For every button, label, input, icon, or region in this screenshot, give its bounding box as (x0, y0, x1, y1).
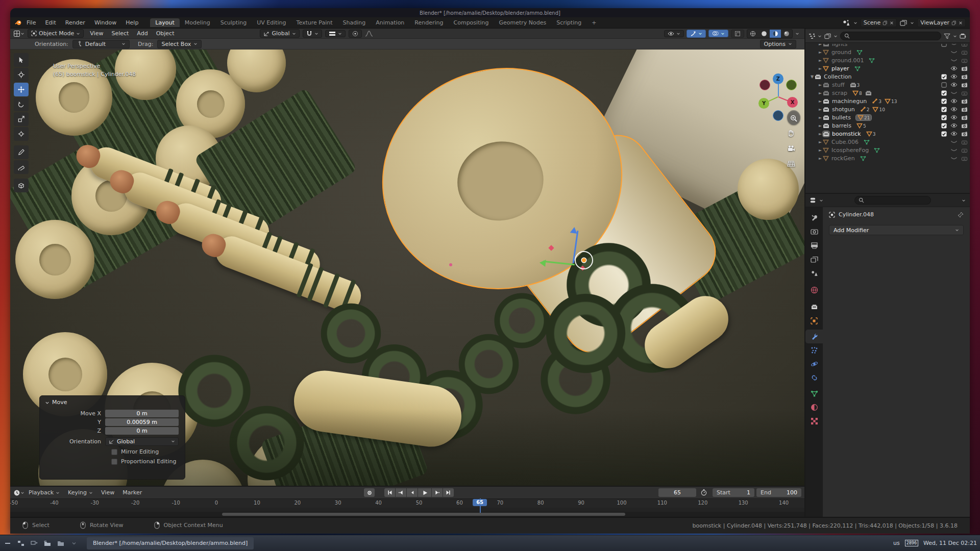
camera-on-icon[interactable] (961, 131, 968, 137)
properties-editor[interactable]: Cylinder.048 Add Modifier (805, 193, 970, 517)
tab-shading[interactable]: Shading (338, 18, 371, 27)
tab-texture-paint[interactable]: Texture Paint (291, 18, 338, 27)
disclosure-icon[interactable]: ▼ (810, 74, 815, 79)
tool-transform-button[interactable] (14, 127, 29, 141)
chevron-down-icon[interactable] (819, 198, 823, 203)
outliner-row-boomstick[interactable]: ►boomstick3 (805, 130, 970, 138)
checkbox-proportional-editing[interactable]: Proportional Editing (111, 458, 185, 465)
outliner-editor-icon[interactable] (808, 33, 815, 39)
tab-uv-editing[interactable]: UV Editing (252, 18, 291, 27)
panel-menu-icon[interactable] (2, 538, 13, 549)
file-manager-icon[interactable] (42, 538, 53, 549)
zoom-icon[interactable] (787, 110, 800, 125)
camera-off-icon[interactable] (961, 139, 968, 145)
checkbox-checked-icon[interactable] (941, 90, 947, 96)
camera-off-icon[interactable] (961, 44, 968, 47)
outliner-row-lights[interactable]: ►lights (805, 44, 970, 48)
tab-scripting[interactable]: Scripting (551, 18, 586, 27)
properties-tab-scene[interactable] (805, 266, 823, 280)
add-workspace-button[interactable]: + (586, 18, 601, 27)
properties-tab-particles[interactable] (805, 343, 823, 357)
move-panel-header[interactable]: Move (40, 396, 185, 409)
snap-with-dropdown[interactable] (325, 30, 346, 37)
axis-z-ball[interactable]: Z (773, 73, 783, 84)
menu-window[interactable]: Window (90, 19, 121, 26)
eye-closed-icon[interactable] (950, 147, 958, 153)
properties-editor-icon[interactable] (810, 197, 816, 204)
menu-render[interactable]: Render (61, 19, 90, 26)
clock-editor-icon[interactable] (13, 489, 20, 496)
prev-frame-button[interactable] (407, 488, 418, 497)
tool-cursor-button[interactable] (14, 68, 29, 82)
chevron-down-icon[interactable] (853, 21, 857, 25)
eye-closed-icon[interactable] (950, 44, 958, 46)
timeline-menu-marker[interactable]: Marker (118, 489, 146, 496)
checkbox-checked-icon[interactable] (941, 98, 947, 104)
chevron-down-icon[interactable] (818, 34, 822, 38)
chevron-down-icon[interactable] (910, 21, 914, 25)
viewport-menu-object[interactable]: Object (152, 30, 179, 37)
viewlayer-icon[interactable] (900, 20, 907, 26)
tool-move-button[interactable] (14, 83, 29, 96)
timeline-editor[interactable]: PlaybackKeyingViewMarker 65 Start 1 End … (10, 486, 804, 517)
pan-hand-icon[interactable] (787, 128, 795, 137)
outliner-row-barrels[interactable]: ►barrels5 (805, 121, 970, 130)
properties-tab-output[interactable] (805, 239, 823, 253)
checkbox-box[interactable] (111, 459, 117, 465)
taskbar-window-button[interactable]: Blender* [/home/amalie/Desktop/blender/a… (87, 537, 254, 549)
camera-off-icon[interactable] (961, 58, 968, 63)
visibility-dropdown[interactable] (664, 30, 684, 37)
outliner-editor[interactable]: ►lights►ground►ground.001►player▼Collect… (805, 29, 970, 193)
properties-tab-texture[interactable] (805, 414, 823, 428)
add-modifier-dropdown[interactable]: Add Modifier (829, 225, 964, 235)
checkbox-checked-icon[interactable] (941, 123, 947, 129)
disclosure-icon[interactable]: ► (818, 156, 823, 161)
auto-keying-toggle[interactable] (364, 488, 375, 497)
frame-start-field[interactable]: Start 1 (713, 488, 754, 497)
outliner-row-cube.006[interactable]: ►Cube.006 (805, 138, 970, 146)
axis-neg-y-ball[interactable] (786, 80, 797, 90)
menu-file[interactable]: File (22, 19, 40, 26)
disclosure-icon[interactable]: ► (818, 132, 823, 136)
viewport-menu-add[interactable]: Add (133, 30, 152, 37)
disclosure-icon[interactable]: ► (818, 99, 823, 104)
new-collection-icon[interactable] (960, 33, 967, 39)
chevron-down-icon[interactable] (68, 538, 80, 549)
viewlayer-selector[interactable]: ViewLayer (917, 18, 966, 27)
snap-toggle[interactable] (303, 30, 322, 38)
timeline-scrollbar[interactable] (10, 512, 804, 517)
viewport-menu-select[interactable]: Select (107, 30, 133, 37)
options-dropdown[interactable]: Options (760, 40, 796, 48)
move-operator-panel[interactable]: Move Move X0 mY0.00059 mZ0 m Orientation… (39, 395, 185, 480)
camera-off-icon[interactable] (961, 147, 968, 153)
chevron-down-icon[interactable] (962, 198, 966, 203)
copy-icon[interactable] (883, 20, 888, 26)
checkbox-checked-icon[interactable] (941, 74, 947, 80)
tool-measure-button[interactable] (14, 160, 29, 174)
tool-annotate-button[interactable] (14, 145, 29, 159)
mode-dropdown[interactable]: Object Mode (28, 29, 84, 38)
camera-on-icon[interactable] (961, 115, 968, 120)
eye-open-icon[interactable] (950, 131, 958, 136)
outliner-row-scrap[interactable]: ►scrap8 (805, 89, 970, 97)
eye-closed-icon[interactable] (950, 58, 958, 63)
outliner-row-bullets[interactable]: ►bullets21 (805, 113, 970, 121)
properties-tab-view-layer[interactable] (805, 253, 823, 266)
falloff-curve-icon[interactable] (365, 31, 373, 37)
frame-end-field[interactable]: End 100 (756, 488, 801, 497)
disclosure-icon[interactable]: ► (818, 140, 823, 144)
close-icon[interactable] (890, 21, 894, 25)
workspace-pager-icon[interactable] (15, 538, 27, 549)
show-desktop-icon[interactable] (29, 538, 40, 549)
proportional-editing-toggle[interactable] (349, 30, 362, 38)
camera-off-icon[interactable] (961, 156, 968, 161)
blender-logo-icon[interactable] (14, 19, 22, 27)
tab-rendering[interactable]: Rendering (409, 18, 448, 27)
eye-open-icon[interactable] (950, 98, 958, 104)
tool-tweak-select-button[interactable] (14, 53, 29, 67)
properties-tab-physics[interactable] (805, 357, 823, 371)
jump-start-button[interactable] (384, 488, 395, 497)
menu-help[interactable]: Help (121, 19, 143, 26)
stopwatch-icon[interactable] (700, 489, 707, 496)
properties-tab-object-data[interactable] (805, 387, 823, 400)
